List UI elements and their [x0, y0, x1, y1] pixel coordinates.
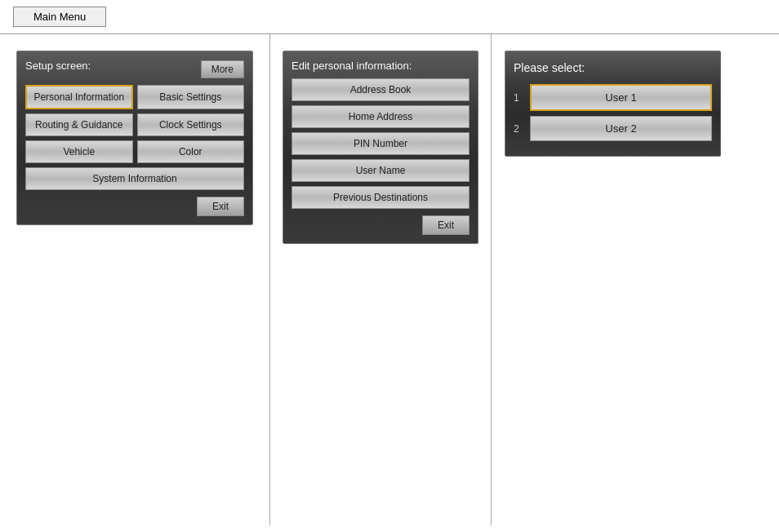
basic-settings-button[interactable]: Basic Settings [137, 85, 245, 109]
more-button[interactable]: More [201, 60, 244, 78]
home-address-button[interactable]: Home Address [292, 105, 470, 128]
panel-edit: Edit personal information: Address Book … [270, 34, 491, 525]
user-num-1: 1 [514, 92, 523, 104]
select-title: Please select: [514, 61, 712, 74]
color-button[interactable]: Color [137, 140, 245, 163]
system-info-button[interactable]: System Information [25, 167, 244, 190]
personal-info-button[interactable]: Personal Information [25, 85, 133, 109]
edit-exit-button[interactable]: Exit [422, 215, 470, 235]
address-book-button[interactable]: Address Book [292, 78, 470, 101]
setup-grid: Personal Information Basic Settings Rout… [25, 85, 244, 190]
panel-setup: Setup screen: More Personal Information … [0, 34, 269, 525]
setup-header: Setup screen: More [25, 60, 244, 78]
user1-button[interactable]: User 1 [530, 84, 712, 111]
setup-screen-container: Setup screen: More Personal Information … [16, 51, 253, 225]
pin-number-button[interactable]: PIN Number [292, 132, 470, 155]
edit-title: Edit personal information: [292, 60, 470, 72]
edit-buttons-list: Address Book Home Address PIN Number Use… [292, 78, 470, 209]
edit-exit-row: Exit [292, 215, 470, 235]
user-name-button[interactable]: User Name [292, 159, 470, 182]
edit-screen-container: Edit personal information: Address Book … [283, 51, 479, 244]
user-row-1: 1 User 1 [514, 84, 712, 111]
vehicle-button[interactable]: Vehicle [25, 140, 133, 163]
user2-button[interactable]: User 2 [530, 116, 712, 141]
main-menu-button[interactable]: Main Menu [13, 7, 106, 27]
previous-destinations-button[interactable]: Previous Destinations [292, 186, 470, 209]
header: Main Menu [0, 0, 779, 33]
setup-title: Setup screen: [25, 60, 91, 72]
user-row-2: 2 User 2 [514, 116, 712, 141]
panel-select: Please select: 1 User 1 2 User 2 [492, 34, 779, 525]
setup-exit-button[interactable]: Exit [197, 197, 244, 216]
clock-settings-button[interactable]: Clock Settings [137, 113, 245, 136]
routing-guidance-button[interactable]: Routing & Guidance [25, 113, 133, 136]
setup-exit-row: Exit [25, 197, 244, 216]
select-screen-container: Please select: 1 User 1 2 User 2 [505, 51, 721, 157]
content-area: Setup screen: More Personal Information … [0, 34, 779, 525]
user-num-2: 2 [514, 123, 523, 135]
